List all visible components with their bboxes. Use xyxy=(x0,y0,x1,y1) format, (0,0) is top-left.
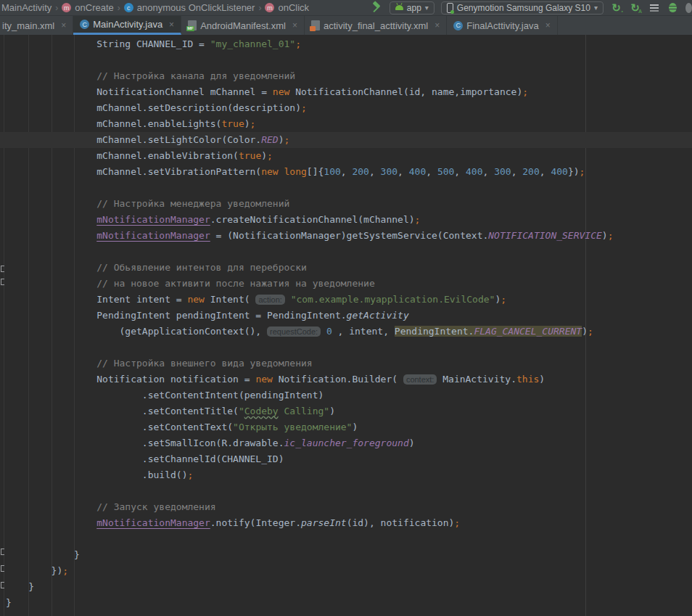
breadcrumb-label: MainActivity xyxy=(1,2,52,13)
code-line[interactable]: // Настройка канала для уведомлений xyxy=(0,68,692,84)
fold-marker-icon[interactable] xyxy=(1,582,4,588)
build-hammer-icon[interactable] xyxy=(371,1,383,14)
fold-marker-icon[interactable] xyxy=(1,565,4,572)
chevron-down-icon: ▾ xyxy=(425,4,429,12)
breadcrumb-item[interactable]: monClick xyxy=(265,2,309,13)
code-line[interactable]: .setContentText("Открыть уведомление") xyxy=(0,419,692,435)
tab-label: MainActivity.java xyxy=(93,19,162,30)
code-line[interactable]: mChannel.setDescription(description); xyxy=(0,100,692,116)
tab-label: activity_final_acttivity.xml xyxy=(324,20,428,31)
code-line[interactable]: String CHANNEL_ID = "my_channel_01"; xyxy=(0,36,692,52)
code-editor[interactable]: String CHANNEL_ID = "my_channel_01"; // … xyxy=(0,35,692,616)
code-line[interactable]: // Обьявление интентов для переброски xyxy=(0,260,692,276)
bug-body xyxy=(669,3,677,12)
code-line[interactable]: NotificationChannel mChannel = new Notif… xyxy=(0,84,692,100)
code-line[interactable]: } xyxy=(0,579,692,595)
code-line[interactable]: .setContentTitle("Codeby Calling") xyxy=(0,403,692,419)
code-line[interactable]: mNotificationManager = (NotificationMana… xyxy=(0,228,692,244)
code-line[interactable]: mChannel.setVibrationPattern(new long[]{… xyxy=(0,164,692,180)
code-line[interactable]: // Настройка менеджера уведомлений xyxy=(0,196,692,212)
tab-label: ity_main.xml xyxy=(2,20,54,31)
code-line[interactable]: .build(); xyxy=(0,467,692,483)
breadcrumb: MainActivity›monCreate›canonymous OnClic… xyxy=(0,2,309,13)
method-icon: m xyxy=(62,3,71,12)
class-icon: c xyxy=(124,3,133,12)
tab-activity-final-acttivity-xml[interactable]: activity_final_acttivity.xml× xyxy=(305,16,447,35)
apply-code-changes-icon[interactable]: ↻A xyxy=(629,1,641,14)
fold-marker-icon[interactable] xyxy=(1,266,4,272)
manifest-file-icon: MF xyxy=(188,20,197,30)
code-line[interactable]: mNotificationManager.notify(Integer.pars… xyxy=(0,515,692,531)
code-line[interactable]: .setSmallIcon(R.drawable.ic_launcher_for… xyxy=(0,435,692,451)
code-line[interactable]: } xyxy=(0,595,692,611)
phone-device-icon xyxy=(447,3,453,13)
code-line[interactable] xyxy=(0,180,692,196)
code-line[interactable]: Intent intent = new Intent( action: "com… xyxy=(0,292,692,308)
code-line[interactable]: mNotificationManager.createNotificationC… xyxy=(0,212,692,228)
code-line[interactable] xyxy=(0,52,692,68)
half-circle xyxy=(685,3,692,13)
close-icon[interactable]: × xyxy=(169,20,174,30)
tab-ity-main-xml[interactable]: ity_main.xml× xyxy=(0,16,73,35)
java-class-icon: C xyxy=(80,20,89,29)
breadcrumb-item[interactable]: canonymous OnClickListener xyxy=(124,2,255,13)
file-type-badge: MF xyxy=(186,26,194,31)
code-line[interactable]: Notification notification = new Notifica… xyxy=(0,371,692,387)
debug-bug-icon[interactable] xyxy=(667,1,679,14)
code-area[interactable]: String CHANNEL_ID = "my_channel_01"; // … xyxy=(0,35,692,611)
breadcrumb-label: onClick xyxy=(278,2,309,13)
android-icon xyxy=(395,5,403,10)
profile-icon[interactable] xyxy=(685,1,692,14)
run-configuration-label: app xyxy=(407,3,421,13)
code-line[interactable]: mChannel.enableVibration(true); xyxy=(0,148,692,164)
code-line[interactable] xyxy=(0,531,692,547)
breadcrumb-separator: › xyxy=(118,3,120,13)
fold-marker-icon[interactable] xyxy=(1,549,4,555)
close-icon[interactable]: × xyxy=(434,20,440,30)
toolbar-right-group: app ▾ Genymotion Samsung Galaxy S10 ▾ ↻▪… xyxy=(371,1,692,15)
apply-changes-icon[interactable]: ↻▪ xyxy=(610,1,622,14)
breadcrumb-separator: › xyxy=(258,3,261,13)
code-line[interactable]: // Настройка внешнего вида уведомления xyxy=(0,356,692,371)
device-selector-label: Genymotion Samsung Galaxy S10 xyxy=(457,3,590,13)
code-line[interactable]: mChannel.enableLights(true); xyxy=(0,116,692,132)
close-icon[interactable]: × xyxy=(61,20,66,30)
file-type-badge xyxy=(310,26,316,31)
code-line[interactable]: } xyxy=(0,547,692,563)
run-configuration-dropdown[interactable]: app ▾ xyxy=(390,1,434,15)
breadcrumb-item[interactable]: monCreate xyxy=(62,2,113,13)
close-icon[interactable]: × xyxy=(292,20,297,30)
breadcrumb-item[interactable]: MainActivity xyxy=(1,2,52,13)
breadcrumb-separator: › xyxy=(55,3,58,13)
code-line[interactable]: // Запуск уведомления xyxy=(0,499,692,515)
code-line[interactable]: PendingIntent pendingIntent = PendingInt… xyxy=(0,308,692,324)
main-toolbar: MainActivity›monCreate›canonymous OnClic… xyxy=(0,0,692,16)
editor-tab-bar: ity_main.xml×CMainActivity.java×MFAndroi… xyxy=(0,16,692,35)
tab-finalacttivity-java[interactable]: CFinalActtivity.java× xyxy=(447,16,557,35)
tab-label: FinalActtivity.java xyxy=(466,20,538,31)
code-line[interactable]: }); xyxy=(0,563,692,579)
method-icon: m xyxy=(265,3,274,12)
code-line[interactable] xyxy=(0,483,692,499)
code-line[interactable]: (getApplicationContext(), requestCode: 0… xyxy=(0,324,692,340)
code-line[interactable] xyxy=(0,244,692,260)
tab-label: AndroidManifest.xml xyxy=(200,20,286,31)
close-icon[interactable]: × xyxy=(545,20,551,30)
code-line[interactable]: .setContentIntent(pendingIntent) xyxy=(0,387,692,403)
layout-xml-file-icon xyxy=(311,20,320,30)
tab-mainactivity-java[interactable]: CMainActivity.java× xyxy=(73,16,181,35)
tab-androidmanifest-xml[interactable]: MFAndroidManifest.xml× xyxy=(181,16,305,35)
fold-marker-icon[interactable] xyxy=(1,279,4,285)
code-line[interactable]: .setChannelId(CHANNEL_ID) xyxy=(0,451,692,467)
code-line[interactable]: // на новое активити после нажатия на ув… xyxy=(0,276,692,292)
profiler-icon[interactable] xyxy=(648,1,660,14)
code-line[interactable]: mChannel.setLightColor(Color.RED); xyxy=(0,132,692,148)
device-selector-dropdown[interactable]: Genymotion Samsung Galaxy S10 ▾ xyxy=(441,1,604,15)
code-line[interactable] xyxy=(0,340,692,356)
breadcrumb-label: anonymous OnClickListener xyxy=(137,2,255,13)
apply-changes-icon-badge: ▪ xyxy=(622,9,623,14)
apply-code-changes-icon-badge: A xyxy=(638,9,642,14)
breadcrumb-label: onCreate xyxy=(75,2,113,13)
java-class-icon: C xyxy=(453,21,463,30)
chevron-down-icon: ▾ xyxy=(594,4,598,12)
